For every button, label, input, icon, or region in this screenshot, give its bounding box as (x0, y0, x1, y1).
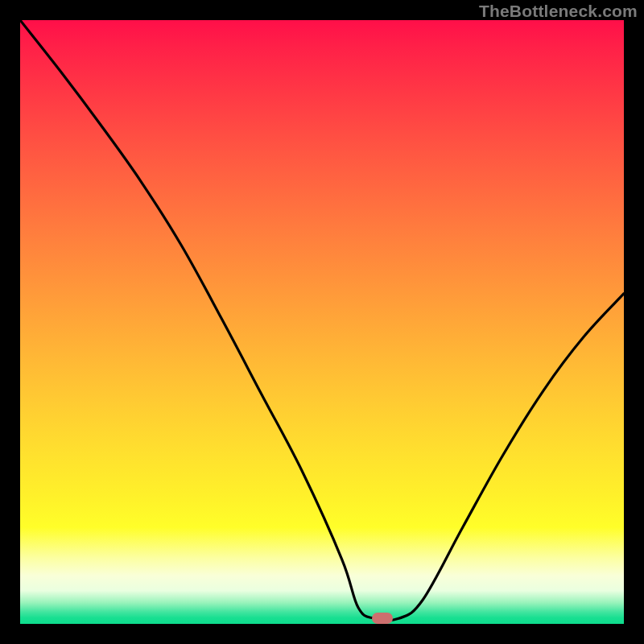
watermark-text: TheBottleneck.com (479, 2, 638, 21)
chart-frame: TheBottleneck.com (0, 0, 644, 644)
optimum-marker (372, 613, 393, 624)
bottleneck-curve (20, 20, 624, 624)
plot-area (20, 20, 624, 624)
curve-path (20, 20, 624, 621)
